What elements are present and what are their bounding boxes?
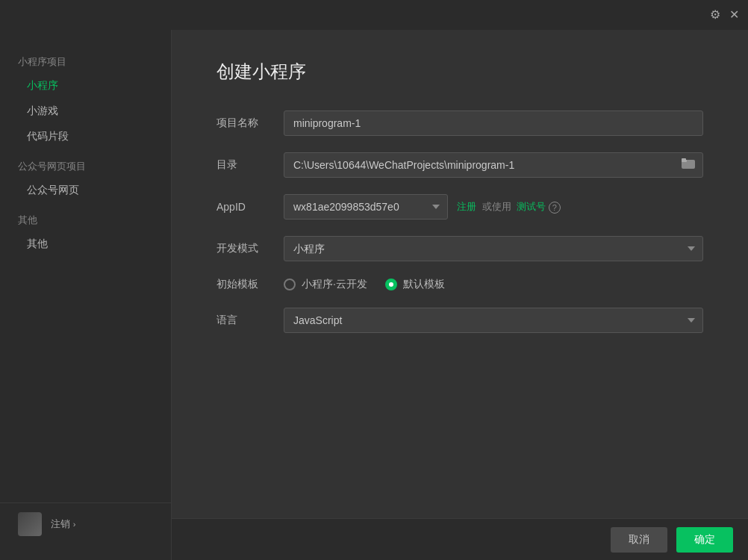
avatar-image — [18, 512, 42, 536]
action-bar: 取消 确定 — [172, 518, 748, 560]
template-cloud-label: 小程序·云开发 — [302, 278, 367, 291]
appid-select[interactable]: wx81ae2099853d57e0 — [284, 194, 448, 220]
language-control: JavaScriptTypeScript — [284, 308, 703, 333]
logout-button[interactable]: 注销 › — [51, 517, 75, 531]
devmode-control: 小程序插件小游戏 — [284, 236, 703, 261]
devmode-row: 开发模式 小程序插件小游戏 — [216, 236, 703, 261]
project-name-input[interactable] — [284, 111, 703, 136]
appid-control: wx81ae2099853d57e0 注册 或使用 测试号 ? — [284, 194, 703, 220]
directory-label: 目录 — [216, 158, 284, 172]
template-radio-group: 小程序·云开发 默认模板 — [284, 278, 703, 291]
template-default-option[interactable]: 默认模板 — [385, 278, 445, 291]
appid-row: AppID wx81ae2099853d57e0 注册 或使用 测试号 ? — [216, 194, 703, 220]
devmode-select[interactable]: 小程序插件小游戏 — [284, 236, 703, 261]
confirm-button[interactable]: 确定 — [676, 527, 733, 553]
template-default-label: 默认模板 — [403, 278, 445, 291]
help-icon[interactable]: ? — [549, 202, 561, 214]
template-label: 初始模板 — [216, 278, 284, 291]
appid-links: 注册 或使用 测试号 ? — [457, 200, 561, 214]
avatar — [18, 512, 42, 536]
other-section-title: 其他 — [0, 209, 171, 231]
register-link[interactable]: 注册 — [457, 201, 476, 212]
language-row: 语言 JavaScriptTypeScript — [216, 308, 703, 333]
template-control: 小程序·云开发 默认模板 — [284, 278, 703, 291]
project-name-row: 项目名称 — [216, 111, 703, 136]
sidebar-item-other[interactable]: 其他 — [0, 231, 171, 257]
mini-program-section-title: 小程序项目 — [0, 51, 171, 73]
content-area: 创建小程序 项目名称 目录 — [172, 30, 748, 518]
sidebar-item-minigame[interactable]: 小游戏 — [0, 99, 171, 124]
main-layout: 小程序项目 小程序 小游戏 代码片段 公众号网页项目 公众号网页 其他 其他 注… — [0, 30, 748, 560]
appid-wrapper: wx81ae2099853d57e0 注册 或使用 测试号 ? — [284, 194, 703, 220]
directory-control — [284, 152, 703, 178]
cancel-button[interactable]: 取消 — [611, 527, 667, 553]
appid-label: AppID — [216, 201, 284, 213]
sidebar-bottom: 注销 › — [0, 503, 171, 545]
mp-web-section-title: 公众号网页项目 — [0, 155, 171, 178]
settings-icon[interactable]: ⚙ — [710, 9, 720, 21]
sidebar: 小程序项目 小程序 小游戏 代码片段 公众号网页项目 公众号网页 其他 其他 注… — [0, 30, 172, 560]
directory-wrapper — [284, 152, 703, 178]
devmode-label: 开发模式 — [216, 242, 284, 255]
test-id-link[interactable]: 测试号 — [517, 201, 546, 212]
page-title: 创建小程序 — [216, 60, 703, 84]
svg-rect-2 — [682, 158, 686, 161]
sidebar-item-miniprogram[interactable]: 小程序 — [0, 73, 171, 99]
logout-arrow-icon: › — [73, 520, 76, 529]
language-select[interactable]: JavaScriptTypeScript — [284, 308, 703, 333]
project-name-control — [284, 111, 703, 136]
folder-icon[interactable] — [674, 158, 702, 172]
template-cloud-radio[interactable] — [284, 279, 296, 290]
sidebar-item-codesnippet[interactable]: 代码片段 — [0, 124, 171, 149]
close-icon[interactable]: ✕ — [729, 9, 739, 21]
template-default-radio[interactable] — [385, 279, 397, 290]
template-row: 初始模板 小程序·云开发 默认模板 — [216, 278, 703, 291]
template-cloud-option[interactable]: 小程序·云开发 — [284, 278, 367, 291]
directory-row: 目录 — [216, 152, 703, 178]
title-bar: ⚙ ✕ — [0, 0, 748, 30]
language-label: 语言 — [216, 314, 284, 327]
project-name-label: 项目名称 — [216, 116, 284, 130]
sidebar-item-mpweb[interactable]: 公众号网页 — [0, 178, 171, 203]
directory-input[interactable] — [284, 153, 674, 177]
